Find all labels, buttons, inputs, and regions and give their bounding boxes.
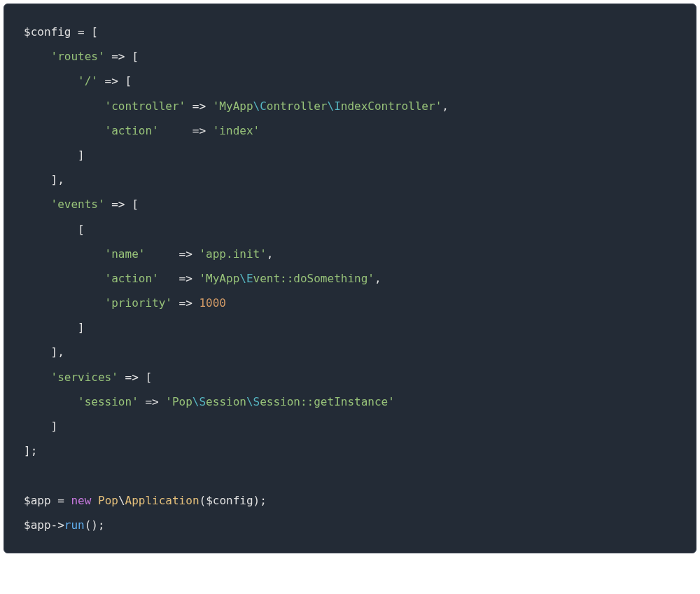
code-block: $config = [ 'routes' => [ '/' => [ 'cont… (4, 4, 696, 553)
code-content: $config = [ 'routes' => [ '/' => [ 'cont… (24, 25, 449, 532)
